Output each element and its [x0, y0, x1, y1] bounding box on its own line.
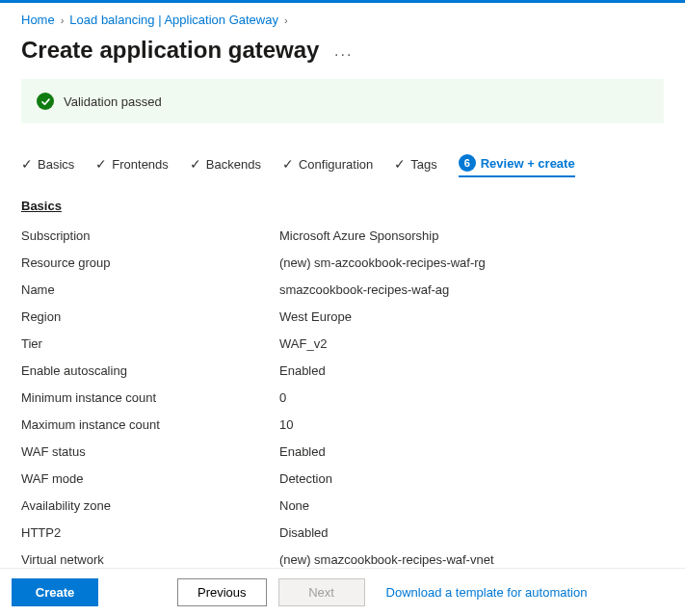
footer-bar: Create Previous Next Download a template…	[0, 568, 685, 616]
section-title-basics: Basics	[21, 199, 664, 213]
tab-frontends[interactable]: ✓Frontends	[95, 152, 169, 175]
field-value: Enabled	[279, 362, 326, 380]
row-resource-group: Resource group(new) sm-azcookbook-recipe…	[21, 250, 664, 277]
field-label: Enable autoscaling	[21, 362, 279, 380]
row-region: RegionWest Europe	[21, 304, 664, 331]
field-label: HTTP2	[21, 524, 279, 542]
field-value: 10	[279, 416, 293, 434]
field-value: Disabled	[279, 524, 329, 542]
check-icon: ✓	[21, 156, 33, 172]
row-min-instances: Minimum instance count0	[21, 385, 664, 412]
check-circle-icon	[37, 93, 54, 110]
breadcrumb-load-balancing[interactable]: Load balancing | Application Gateway	[69, 13, 278, 27]
field-label: Name	[21, 281, 279, 299]
field-label: Region	[21, 308, 279, 326]
field-label: WAF mode	[21, 470, 279, 488]
field-value: 0	[279, 389, 286, 407]
tab-label: Configuration	[299, 157, 373, 172]
download-template-link[interactable]: Download a template for automation	[386, 585, 588, 600]
check-icon: ✓	[282, 156, 294, 172]
field-label: Tier	[21, 335, 279, 353]
tab-review-create[interactable]: 6Review + create	[459, 150, 575, 177]
check-icon: ✓	[394, 156, 406, 172]
tab-backends[interactable]: ✓Backends	[190, 152, 261, 175]
chevron-right-icon: ›	[61, 14, 65, 26]
field-value: West Europe	[279, 308, 352, 326]
field-label: Minimum instance count	[21, 389, 279, 407]
row-waf-mode: WAF modeDetection	[21, 466, 664, 493]
row-max-instances: Maximum instance count10	[21, 412, 664, 439]
tab-configuration[interactable]: ✓Configuration	[282, 152, 373, 175]
step-number-icon: 6	[459, 154, 476, 172]
field-value: Microsoft Azure Sponsorship	[279, 228, 438, 245]
check-icon: ✓	[190, 156, 201, 172]
tab-label: Frontends	[112, 157, 169, 172]
row-tier: TierWAF_v2	[21, 331, 664, 358]
create-button[interactable]: Create	[12, 578, 98, 606]
breadcrumb-home[interactable]: Home	[21, 13, 55, 27]
tab-label: Backends	[206, 157, 261, 172]
row-subscription: SubscriptionMicrosoft Azure Sponsorship	[21, 223, 664, 250]
validation-text: Validation passed	[64, 94, 162, 109]
row-waf-status: WAF statusEnabled	[21, 439, 664, 466]
next-button: Next	[278, 578, 365, 606]
previous-button[interactable]: Previous	[177, 578, 267, 606]
field-label: Maximum instance count	[21, 416, 279, 434]
check-icon: ✓	[95, 156, 107, 172]
tab-label: Review + create	[481, 156, 575, 171]
field-label: Virtual network	[21, 551, 279, 569]
field-value: (new) sm-azcookbook-recipes-waf-rg	[279, 254, 486, 272]
row-name: Namesmazcookbook-recipes-waf-ag	[21, 277, 664, 304]
tabs: ✓Basics ✓Frontends ✓Backends ✓Configurat…	[21, 150, 664, 177]
tab-label: Tags	[410, 157, 436, 172]
field-value: (new) smazcookbook-recipes-waf-vnet	[279, 551, 494, 569]
more-actions-button[interactable]: ···	[334, 46, 353, 64]
row-availability-zone: Availability zoneNone	[21, 493, 664, 520]
validation-banner: Validation passed	[21, 79, 664, 123]
chevron-right-icon: ›	[284, 14, 288, 26]
field-value: Detection	[279, 470, 332, 488]
tab-tags[interactable]: ✓Tags	[394, 152, 436, 175]
breadcrumb: Home › Load balancing | Application Gate…	[21, 13, 664, 27]
field-label: Resource group	[21, 254, 279, 272]
field-label: Subscription	[21, 228, 279, 245]
page-title: Create application gateway	[21, 37, 319, 64]
field-value: WAF_v2	[279, 335, 327, 353]
field-label: Availability zone	[21, 497, 279, 515]
field-value: Enabled	[279, 443, 326, 461]
field-value: None	[279, 497, 309, 515]
tab-label: Basics	[38, 157, 74, 172]
tab-basics[interactable]: ✓Basics	[21, 152, 74, 175]
row-http2: HTTP2Disabled	[21, 520, 664, 547]
field-value: smazcookbook-recipes-waf-ag	[279, 281, 449, 299]
row-autoscaling: Enable autoscalingEnabled	[21, 358, 664, 385]
field-label: WAF status	[21, 443, 279, 461]
